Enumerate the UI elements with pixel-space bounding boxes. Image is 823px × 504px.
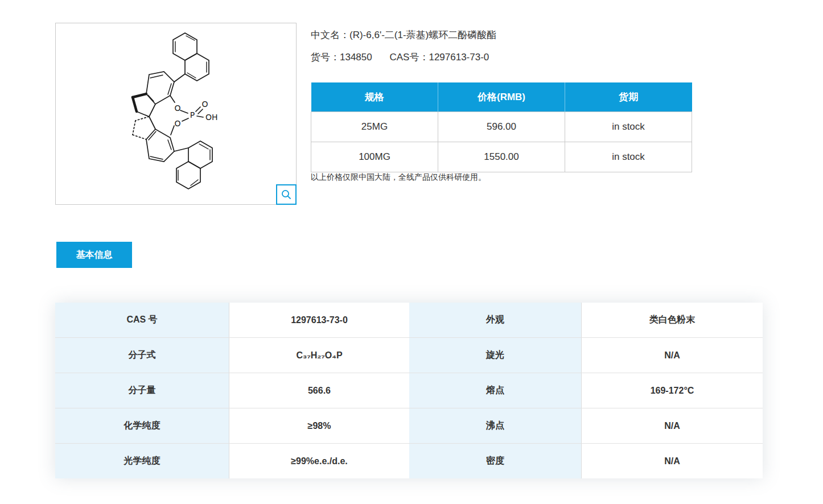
price-table: 规格 价格(RMB) 货期 25MG 596.00 in stock 100MG… <box>311 82 692 172</box>
info-value: 类白色粉末 <box>582 303 763 337</box>
stock-cell: in stock <box>565 142 692 172</box>
info-label: 分子式 <box>55 338 229 373</box>
cas-value: 1297613-73-0 <box>429 52 489 63</box>
info-value: ≥98% <box>229 408 409 443</box>
info-value: N/A <box>582 338 763 373</box>
product-number-line: 货号：134850 CAS号：1297613-73-0 <box>311 52 496 63</box>
info-label: 沸点 <box>409 408 582 443</box>
price-header-leadtime: 货期 <box>565 82 692 112</box>
molecule-structure: O P O OH O <box>56 23 296 204</box>
info-value: C₃₇H₂₇O₄P <box>229 338 409 373</box>
basic-info-table: CAS 号 1297613-73-0 外观 类白色粉末 分子式 C₃₇H₂₇O₄… <box>55 303 763 478</box>
tab-basic-info[interactable]: 基本信息 <box>56 242 132 268</box>
magnifier-icon <box>281 189 292 200</box>
info-value: ≥99%e.e./d.e. <box>229 444 409 478</box>
product-name: (R)-6,6'-二(1-萘基)螺环二酚磷酸酯 <box>349 30 496 40</box>
spec-cell: 25MG <box>311 112 438 142</box>
info-value: N/A <box>582 408 763 443</box>
structure-image: O P O OH O <box>55 23 297 205</box>
price-disclaimer: 以上价格仅限中国大陆，全线产品仅供科研使用。 <box>311 172 486 183</box>
product-page: O P O OH O 中文名：(R)-6,6'-二(1-萘基)螺环二酚磷酸酯 货… <box>0 0 823 504</box>
atom-label-o2: O <box>174 119 180 128</box>
zoom-structure-button[interactable] <box>276 184 297 205</box>
price-header-spec: 规格 <box>311 82 438 112</box>
atom-label-oh: OH <box>205 113 218 122</box>
price-cell: 1550.00 <box>438 142 565 172</box>
cas-label: CAS号： <box>389 52 429 63</box>
table-row: 分子式 C₃₇H₂₇O₄P 旋光 N/A <box>55 338 763 373</box>
product-head: 中文名：(R)-6,6'-二(1-萘基)螺环二酚磷酸酯 货号：134850 CA… <box>311 30 496 63</box>
product-name-label: 中文名： <box>311 30 349 40</box>
info-value: N/A <box>582 444 763 478</box>
price-cell: 596.00 <box>438 112 565 142</box>
atom-label-p: P <box>190 110 195 119</box>
info-value: 566.6 <box>229 373 409 408</box>
sku-label: 货号： <box>311 52 340 63</box>
price-row: 25MG 596.00 in stock <box>311 112 692 142</box>
info-label: 旋光 <box>409 338 582 373</box>
stock-cell: in stock <box>565 112 692 142</box>
info-label: 分子量 <box>55 373 229 408</box>
info-value: 1297613-73-0 <box>229 303 409 337</box>
atom-label-o1: O <box>174 104 180 113</box>
info-label: 外观 <box>409 303 582 337</box>
product-name-line: 中文名：(R)-6,6'-二(1-萘基)螺环二酚磷酸酯 <box>311 30 496 41</box>
table-row: 光学纯度 ≥99%e.e./d.e. 密度 N/A <box>55 444 763 478</box>
table-row: 分子量 566.6 熔点 169-172°C <box>55 373 763 408</box>
info-label: CAS 号 <box>55 303 229 337</box>
table-row: 化学纯度 ≥98% 沸点 N/A <box>55 408 763 444</box>
table-row: CAS 号 1297613-73-0 外观 类白色粉末 <box>55 303 763 338</box>
price-header-price: 价格(RMB) <box>438 82 565 112</box>
price-row: 100MG 1550.00 in stock <box>311 142 692 172</box>
info-label: 化学纯度 <box>55 408 229 443</box>
info-value: 169-172°C <box>582 373 763 408</box>
spec-cell: 100MG <box>311 142 438 172</box>
info-label: 光学纯度 <box>55 444 229 478</box>
info-label: 密度 <box>409 444 582 478</box>
atom-label-o-double: O <box>201 100 208 109</box>
sku-value: 134850 <box>340 52 372 63</box>
info-label: 熔点 <box>409 373 582 408</box>
price-table-header-row: 规格 价格(RMB) 货期 <box>311 82 692 112</box>
